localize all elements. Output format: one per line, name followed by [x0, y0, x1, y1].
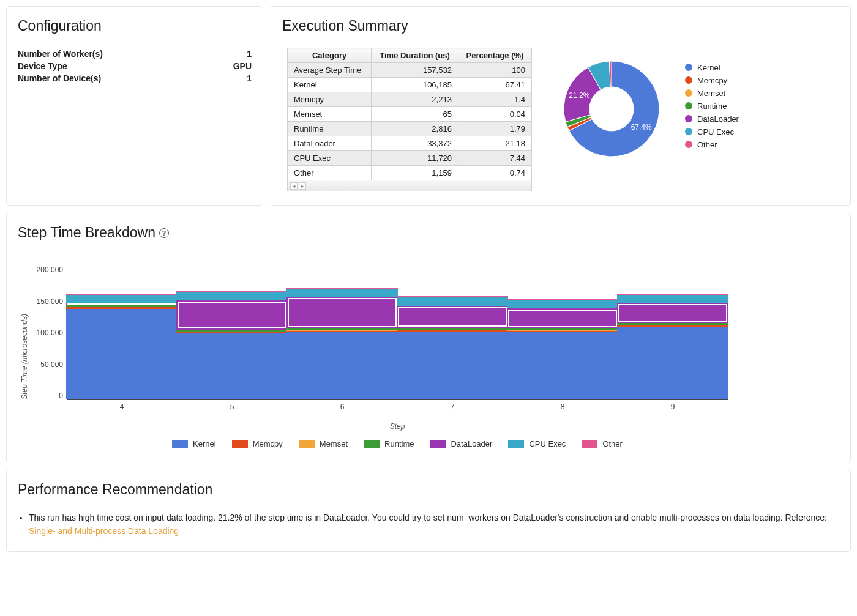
step-breakdown-card: Step Time Breakdown ? Step Time (microse… — [6, 213, 851, 462]
legend-item[interactable]: Kernel — [172, 439, 216, 448]
config-row: Number of Device(s)1 — [18, 72, 252, 84]
legend-swatch — [685, 128, 692, 135]
table-row: Kernel106,18567.41 — [288, 78, 532, 92]
execution-title: Execution Summary — [282, 18, 839, 34]
execution-summary-card: Execution Summary CategoryTime Duration … — [271, 6, 851, 206]
bar-segment-kernel[interactable] — [397, 332, 508, 399]
config-value: 1 — [247, 49, 252, 59]
execution-summary-table: CategoryTime Duration (us)Percentage (%)… — [287, 48, 532, 180]
legend-label: Other — [697, 140, 717, 149]
legend-label: DataLoader — [451, 439, 492, 448]
legend-item[interactable]: Runtime — [685, 100, 739, 113]
recommendation-title: Performance Recommendation — [18, 481, 839, 498]
legend-item[interactable]: Memset — [299, 439, 348, 448]
bar-slot — [67, 265, 177, 399]
legend-swatch — [172, 440, 188, 448]
legend-swatch — [685, 102, 692, 109]
legend-label: Runtime — [384, 439, 414, 448]
donut-slice-label: 21.2% — [569, 91, 589, 100]
config-value: GPU — [233, 61, 252, 71]
pager-next-icon[interactable]: ▸ — [299, 182, 306, 190]
bar-slot — [397, 265, 507, 399]
legend-label: CPU Exec — [697, 127, 734, 136]
legend-swatch — [508, 440, 524, 448]
legend-item[interactable]: CPU Exec — [685, 125, 739, 138]
table-header: Percentage (%) — [458, 48, 531, 63]
table-row: CPU Exec11,7207.44 — [288, 151, 532, 166]
bar-segment-dataloader[interactable] — [176, 300, 288, 330]
bar-segment-cpu-exec[interactable] — [617, 295, 728, 303]
stacked-bar-chart — [67, 265, 728, 400]
bar-stack[interactable] — [286, 288, 398, 399]
table-row: Average Step Time157,532100 — [288, 63, 532, 78]
legend-label: CPU Exec — [529, 439, 566, 448]
donut-legend: KernelMemcpyMemsetRuntimeDataLoaderCPU E… — [685, 61, 739, 151]
legend-item[interactable]: Runtime — [364, 439, 414, 448]
recommendation-card: Performance Recommendation This run has … — [6, 470, 851, 552]
bar-stack[interactable] — [176, 291, 288, 399]
legend-item[interactable]: Other — [685, 138, 739, 151]
bar-stack[interactable] — [507, 299, 618, 399]
bar-segment-kernel[interactable] — [66, 309, 178, 400]
bar-segment-kernel[interactable] — [286, 332, 398, 399]
table-row: Memcpy2,2131.4 — [288, 92, 532, 107]
table-header: Category — [288, 48, 372, 63]
bar-segment-kernel[interactable] — [176, 333, 288, 399]
config-row: Number of Worker(s)1 — [18, 48, 252, 60]
legend-item[interactable]: Kernel — [685, 61, 739, 74]
legend-label: Memset — [697, 89, 725, 98]
legend-label: Memset — [320, 439, 348, 448]
pager-prev-icon[interactable]: ◂ — [290, 182, 298, 190]
execution-summary-donut: 67.4%21.2% — [550, 48, 673, 164]
config-label: Number of Worker(s) — [18, 49, 103, 59]
bar-slot — [507, 265, 618, 399]
legend-item[interactable]: Memset — [685, 87, 739, 100]
table-header: Time Duration (us) — [372, 48, 458, 63]
legend-item[interactable]: DataLoader — [685, 113, 739, 125]
bar-segment-cpu-exec[interactable] — [286, 289, 398, 297]
x-axis-ticks: 456789 — [67, 400, 728, 411]
legend-label: Memcpy — [253, 439, 283, 448]
bar-stack[interactable] — [617, 294, 728, 399]
bar-slot — [177, 265, 287, 399]
bar-legend: KernelMemcpyMemsetRuntimeDataLoaderCPU E… — [67, 439, 728, 448]
y-axis-title: Step Time (microseconds) — [18, 265, 29, 448]
legend-swatch — [685, 89, 692, 97]
y-axis-ticks: 200,000150,000100,00050,0000 — [29, 265, 67, 400]
bar-segment-dataloader[interactable] — [617, 303, 728, 323]
bar-stack[interactable] — [66, 294, 178, 399]
bar-segment-dataloader[interactable] — [507, 308, 618, 328]
legend-swatch — [430, 440, 446, 448]
recommendation-link[interactable]: Single- and Multi-process Data Loading — [29, 526, 179, 536]
bar-segment-kernel[interactable] — [507, 332, 618, 399]
legend-label: Kernel — [697, 63, 720, 72]
legend-item[interactable]: Memcpy — [232, 439, 283, 448]
legend-label: Runtime — [697, 102, 727, 111]
legend-swatch — [685, 76, 692, 84]
legend-item[interactable]: Memcpy — [685, 74, 739, 87]
legend-item[interactable]: CPU Exec — [508, 439, 566, 448]
config-label: Number of Device(s) — [18, 73, 101, 83]
legend-label: Memcpy — [697, 76, 727, 85]
table-row: Other1,1590.74 — [288, 166, 532, 180]
legend-swatch — [685, 64, 692, 71]
bar-segment-cpu-exec[interactable] — [176, 292, 288, 300]
bar-segment-cpu-exec[interactable] — [397, 297, 508, 305]
legend-item[interactable]: DataLoader — [430, 439, 492, 448]
config-value: 1 — [247, 73, 252, 83]
help-icon[interactable]: ? — [159, 228, 169, 238]
table-row: Runtime2,8161.79 — [288, 122, 532, 136]
bar-segment-cpu-exec[interactable] — [507, 300, 618, 308]
bar-segment-dataloader[interactable] — [286, 297, 398, 328]
bar-slot — [618, 265, 728, 399]
bar-segment-cpu-exec[interactable] — [66, 295, 178, 303]
legend-item[interactable]: Other — [582, 439, 623, 448]
table-pager: ◂ ▸ — [287, 180, 532, 191]
bar-segment-dataloader[interactable] — [397, 306, 508, 328]
bar-stack[interactable] — [397, 296, 508, 399]
step-breakdown-title: Step Time Breakdown ? — [18, 225, 839, 241]
config-label: Device Type — [18, 61, 67, 71]
configuration-title: Configuration — [18, 18, 252, 34]
bar-slot — [287, 265, 397, 399]
bar-segment-kernel[interactable] — [617, 327, 728, 399]
